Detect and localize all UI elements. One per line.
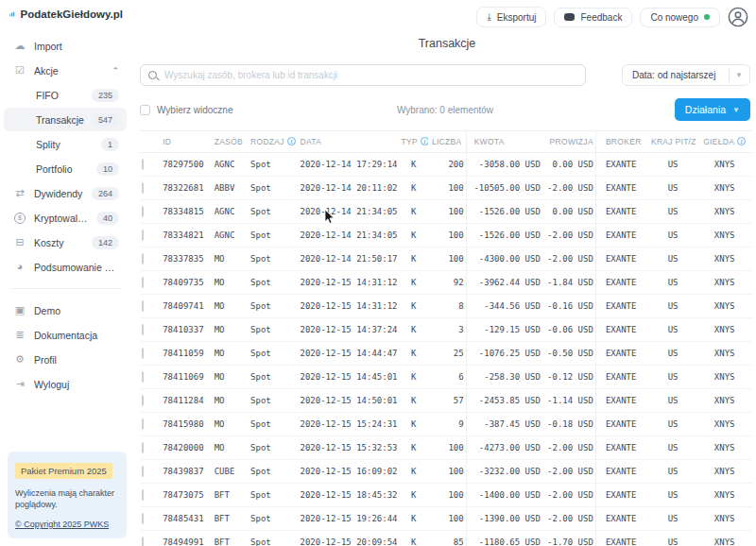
column-header-kwota[interactable]: KWOTA — [466, 131, 542, 153]
cell-kraj: US — [649, 436, 696, 460]
column-header-broker[interactable]: BROKER — [595, 131, 649, 153]
cell-id: 78411284 — [161, 389, 213, 413]
search-box[interactable] — [140, 64, 586, 86]
cell-gielda: XNYS — [696, 224, 752, 247]
gear-icon — [13, 354, 26, 365]
sidebar-item-pit38[interactable]: Podsumowanie PIT-38 — [4, 255, 127, 279]
row-checkbox[interactable] — [142, 182, 144, 194]
cell-kraj: US — [649, 484, 696, 507]
row-checkbox[interactable] — [142, 395, 144, 406]
cell-kwota: -3058.00 USD — [466, 153, 542, 177]
column-header-prowizja[interactable]: PROWIZJA — [542, 131, 596, 153]
sidebar-item-portfolio[interactable]: Portfolio10 — [4, 157, 127, 180]
sidebar-item-kryptowaluty[interactable]: Kryptowaluty40 — [4, 206, 127, 230]
sidebar-item-splity[interactable]: Splity1 — [4, 132, 127, 156]
column-header-data[interactable]: DATA — [299, 131, 400, 153]
table-header-row: IDZASÓBRODZAJiDATATYPiLICZBAKWOTAPROWIZJ… — [140, 131, 752, 153]
cell-data: 2020-12-14 17:29:14 — [299, 153, 400, 177]
app-logo[interactable]: PodatekGiełdowy.pl — [0, 8, 132, 21]
sidebar-item-koszty[interactable]: Koszty142 — [4, 230, 127, 254]
cell-zasob: MO — [213, 318, 249, 342]
count-badge: 142 — [92, 236, 119, 249]
row-checkbox[interactable] — [142, 277, 144, 288]
sidebar-item-akcje[interactable]: Akcje⌃ — [4, 59, 127, 82]
actions-button[interactable]: Działania ▼ — [675, 98, 750, 121]
sidebar-item-profil[interactable]: Profil — [4, 348, 127, 371]
cell-gielda: XNYS — [696, 484, 752, 507]
row-checkbox[interactable] — [142, 513, 144, 524]
column-header-typ[interactable]: TYPi — [400, 131, 428, 153]
cell-kraj: US — [649, 295, 696, 318]
premium-badge: Pakiet Premium 2025 — [15, 463, 112, 479]
row-checkbox[interactable] — [142, 324, 144, 335]
cell-id: 78409741 — [161, 295, 213, 318]
column-header-kraj[interactable]: KRAJ PIT/ZGi — [649, 131, 696, 153]
row-checkbox[interactable] — [142, 159, 144, 170]
cell-rodzaj: Spot — [249, 389, 298, 413]
info-icon[interactable]: i — [737, 137, 746, 145]
sidebar-item-import[interactable]: Import — [4, 34, 127, 58]
copyright-link[interactable]: © Copyright 2025 PWKS — [15, 520, 109, 529]
cell-typ: K — [400, 200, 428, 224]
sidebar-item-dywidendy[interactable]: Dywidendy264 — [4, 181, 127, 205]
column-header-liczba[interactable]: LICZBA — [428, 131, 466, 153]
cell-gielda: XNYS — [696, 413, 752, 436]
cell-zasob: CUBE — [213, 460, 249, 484]
cell-kraj: US — [649, 342, 696, 366]
sidebar-item-dokumentacja[interactable]: Dokumentacja — [4, 323, 127, 347]
cell-data: 2020-12-15 18:45:32 — [299, 484, 400, 507]
info-icon[interactable]: i — [421, 137, 428, 145]
cell-kraj: US — [649, 153, 696, 177]
row-checkbox[interactable] — [142, 206, 144, 217]
whats-new-button[interactable]: Co nowego — [640, 8, 720, 27]
cell-id: 78337835 — [161, 247, 213, 271]
count-badge: 235 — [92, 89, 119, 102]
row-checkbox[interactable] — [142, 418, 144, 430]
sidebar-item-label: Dywidendy — [34, 188, 84, 199]
sidebar-item-transakcje[interactable]: Transakcje547 — [4, 108, 127, 131]
cell-data: 2020-12-14 21:34:05 — [299, 200, 400, 224]
cell-typ: K — [400, 271, 428, 295]
select-visible-checkbox[interactable] — [140, 105, 150, 115]
cell-zasob: ABBV — [213, 177, 249, 200]
feedback-button[interactable]: Feedback — [554, 8, 632, 27]
column-header-zasob[interactable]: ZASÓB — [213, 131, 249, 153]
cell-kraj: US — [649, 507, 696, 531]
export-button[interactable]: ⤓ Eksportuj — [476, 7, 546, 27]
column-header-rodzaj[interactable]: RODZAJi — [249, 131, 298, 153]
cell-rodzaj: Spot — [249, 271, 298, 295]
cell-kwota: -1390.00 USD — [466, 507, 542, 531]
row-checkbox[interactable] — [142, 466, 144, 477]
cell-data: 2020-12-15 14:31:12 — [299, 271, 400, 295]
row-checkbox[interactable] — [142, 348, 144, 359]
row-checkbox[interactable] — [142, 489, 144, 501]
selection-row: Wybierz widoczne Wybrano: 0 elementów Dz… — [138, 98, 756, 121]
header-checkbox-spacer — [140, 131, 161, 153]
sidebar-item-fifo[interactable]: FIFO235 — [4, 83, 127, 107]
sidebar-item-label: Podsumowanie PIT-38 — [34, 262, 119, 273]
sort-select[interactable]: Data: od najstarszej ▼ — [622, 64, 750, 86]
column-header-gielda[interactable]: GIEŁDAi — [696, 131, 752, 153]
cell-typ: K — [400, 342, 428, 366]
cell-zasob: MO — [213, 389, 249, 413]
row-checkbox[interactable] — [142, 537, 144, 546]
row-checkbox[interactable] — [142, 300, 144, 312]
sidebar-item-label: Koszty — [34, 237, 84, 248]
column-header-label: LICZBA — [432, 137, 462, 146]
table-row: 78420000MOSpot2020-12-15 15:32:53K100-42… — [140, 436, 752, 460]
column-header-id[interactable]: ID — [161, 131, 213, 153]
cell-rodzaj: Spot — [249, 531, 298, 546]
sidebar-item-demo[interactable]: Demo — [4, 299, 127, 322]
cell-zasob: MO — [213, 413, 249, 436]
user-avatar-icon[interactable] — [728, 7, 748, 27]
row-checkbox[interactable] — [142, 253, 144, 264]
info-icon[interactable]: i — [287, 137, 296, 145]
row-checkbox[interactable] — [142, 371, 144, 383]
cell-gielda: XNYS — [696, 318, 752, 342]
main-content: ⤓ Eksportuj Feedback Co nowego Transakcj… — [132, 0, 756, 546]
sidebar-item-wyloguj[interactable]: Wyloguj — [4, 372, 127, 396]
cell-id: 78334815 — [161, 200, 213, 224]
search-input[interactable] — [163, 69, 577, 81]
row-checkbox[interactable] — [142, 442, 144, 453]
row-checkbox[interactable] — [142, 230, 144, 241]
